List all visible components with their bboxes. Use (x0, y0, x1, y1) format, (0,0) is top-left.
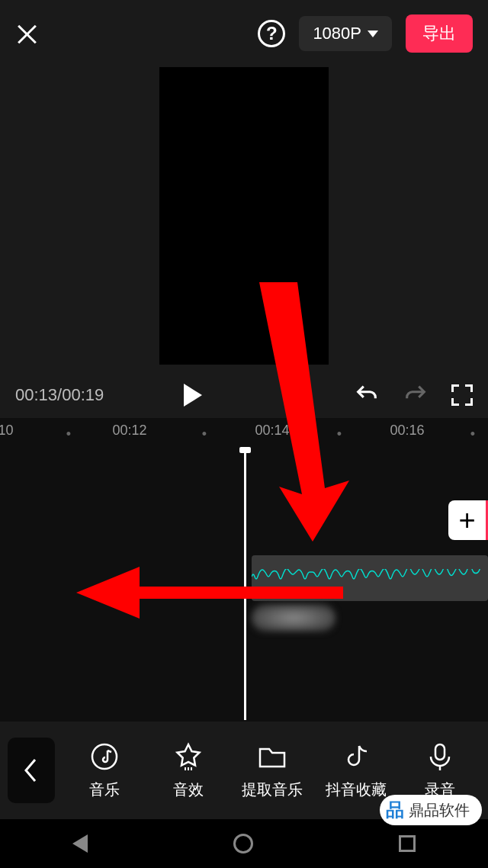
tool-sound-effect[interactable]: 音效 (148, 741, 229, 800)
timecode: 00:13/00:19 (15, 385, 191, 405)
tool-extract-music[interactable]: 提取音乐 (232, 741, 313, 800)
transport-bar: 00:13/00:19 (0, 372, 488, 418)
waveform-icon (252, 569, 488, 584)
watermark: 品 鼎品软件 (380, 795, 482, 825)
timeline[interactable]: 0:10 • 00:12 • 00:14 • 00:16 • + (0, 418, 488, 722)
nav-home-icon[interactable] (233, 834, 253, 854)
close-button[interactable] (15, 22, 38, 45)
toolbar-back-button[interactable] (8, 738, 55, 803)
fullscreen-button[interactable] (451, 384, 473, 406)
chevron-down-icon (368, 31, 378, 37)
watermark-logo-icon: 品 (386, 798, 404, 822)
system-navbar (0, 819, 488, 868)
tool-douyin-favorites[interactable]: 抖音收藏 (316, 741, 396, 800)
add-clip-button[interactable]: + (448, 500, 488, 540)
play-button[interactable] (184, 384, 202, 407)
resolution-label: 1080P (313, 24, 361, 43)
undo-button[interactable] (354, 382, 380, 408)
timeline-ruler: 0:10 • 00:12 • 00:14 • 00:16 • (0, 418, 488, 441)
resolution-dropdown[interactable]: 1080P (299, 16, 392, 51)
redo-button[interactable] (403, 382, 429, 408)
top-toolbar: ? 1080P 导出 (0, 0, 488, 67)
export-button[interactable]: 导出 (406, 14, 473, 53)
audio-clip-label (252, 604, 336, 632)
audio-clip[interactable] (252, 555, 488, 601)
nav-back-icon[interactable] (72, 834, 88, 853)
tool-music[interactable]: 音乐 (64, 741, 145, 800)
svg-rect-3 (435, 744, 445, 760)
tool-record[interactable]: 录音 (400, 741, 480, 800)
playhead[interactable] (244, 448, 246, 720)
video-preview-area (0, 67, 488, 372)
help-button[interactable]: ? (258, 20, 285, 47)
video-canvas[interactable] (159, 67, 329, 365)
nav-recent-icon[interactable] (399, 835, 416, 852)
